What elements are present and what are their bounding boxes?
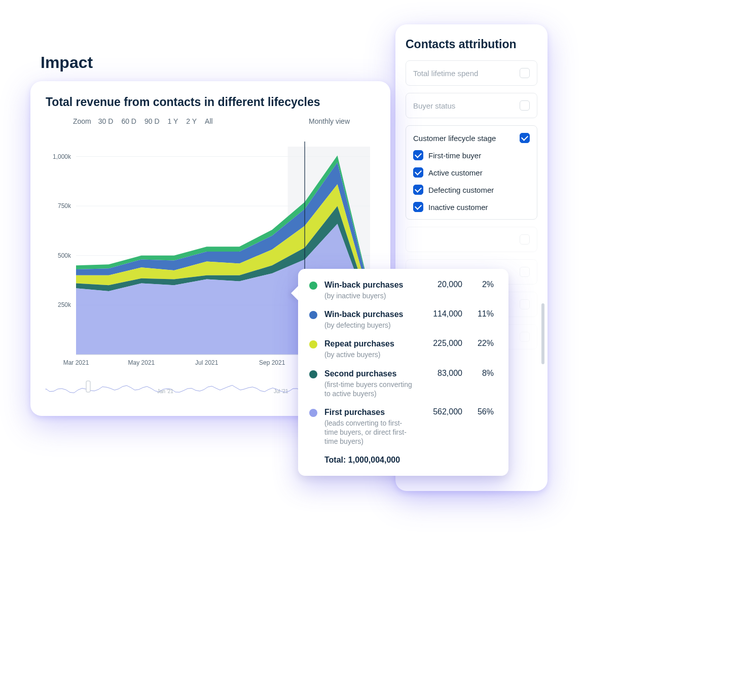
tooltip-series-label: Win-back purchases [324, 280, 413, 290]
checkbox[interactable] [520, 332, 530, 342]
tooltip-series-sublabel: (first-time buyers converting to active … [324, 380, 413, 398]
chart-controls: Zoom 30 D 60 D 90 D 1 Y 2 Y All Monthly … [46, 116, 375, 126]
svg-rect-16 [86, 381, 90, 392]
sub-option-defecting-customer[interactable]: Defecting customer [413, 185, 530, 195]
filter-total-lifetime-spend[interactable]: Total lifetime spend [406, 60, 537, 86]
tooltip-series-sublabel: (by active buyers) [324, 350, 413, 359]
sub-option-first-time-buyer[interactable]: First-time buyer [413, 150, 530, 160]
tooltip-percent: 56% [468, 407, 494, 416]
tooltip-percent: 11% [468, 309, 494, 319]
svg-text:250k: 250k [58, 301, 71, 308]
option-label: Active customer [428, 168, 483, 177]
checkbox[interactable] [413, 167, 423, 178]
tooltip-total: Total: 1,000,004,000 [309, 456, 497, 465]
filter-placeholder[interactable] [406, 227, 537, 252]
tooltip-arrow-icon [291, 286, 298, 300]
filter-label: Total lifetime spend [413, 69, 478, 78]
series-color-dot [309, 370, 317, 378]
tooltip-percent: 8% [468, 369, 494, 378]
section-heading: Impact [41, 53, 93, 72]
view-toggle[interactable]: Monthly view [309, 117, 350, 125]
checkbox[interactable] [413, 150, 423, 160]
checkbox[interactable] [520, 68, 530, 78]
tooltip-value: 114,000 [419, 309, 462, 319]
svg-text:Jan '21: Jan '21 [157, 389, 173, 394]
svg-text:Mar 2021: Mar 2021 [63, 359, 89, 366]
zoom-label: Zoom [73, 117, 91, 125]
sub-option-inactive-customer[interactable]: Inactive customer [413, 202, 530, 212]
zoom-2y[interactable]: 2 Y [184, 116, 199, 126]
tooltip-value: 20,000 [419, 280, 462, 289]
tooltip-value: 83,000 [419, 369, 462, 378]
tooltip-row: Win-back purchases(by inactive buyers)20… [309, 280, 497, 300]
svg-text:Jul '21: Jul '21 [274, 389, 288, 394]
tooltip-percent: 2% [468, 280, 494, 289]
series-color-dot [309, 282, 317, 290]
svg-text:1,000k: 1,000k [53, 153, 71, 160]
checkbox[interactable] [520, 133, 530, 143]
sub-option-active-customer[interactable]: Active customer [413, 167, 530, 178]
tooltip-value: 562,000 [419, 407, 462, 416]
zoom-1y[interactable]: 1 Y [166, 116, 180, 126]
tooltip-series-sublabel: (by inactive buyers) [324, 291, 413, 300]
filter-buyer-status[interactable]: Buyer status [406, 93, 537, 118]
chart-tooltip: Win-back purchases(by inactive buyers)20… [298, 269, 508, 476]
svg-text:500k: 500k [58, 252, 71, 259]
svg-text:Jul 2021: Jul 2021 [195, 359, 218, 366]
tooltip-series-label: First purchases [324, 407, 413, 417]
chart-title: Total revenue from contacts in different… [46, 95, 375, 109]
filter-customer-lifecycle-stage[interactable]: Customer lifecycle stage First-time buye… [406, 125, 537, 220]
scrollbar-thumb[interactable] [541, 303, 544, 364]
zoom-90d[interactable]: 90 D [142, 116, 162, 126]
zoom-all[interactable]: All [203, 116, 215, 126]
zoom-60d[interactable]: 60 D [119, 116, 138, 126]
series-color-dot [309, 409, 317, 417]
series-color-dot [309, 340, 317, 348]
series-color-dot [309, 311, 317, 319]
tooltip-row: First purchases(leads converting to firs… [309, 407, 497, 446]
option-label: First-time buyer [428, 151, 481, 160]
zoom-30d[interactable]: 30 D [96, 116, 116, 126]
checkbox[interactable] [520, 267, 530, 277]
scrollbar[interactable] [541, 60, 544, 481]
checkbox[interactable] [520, 234, 530, 244]
svg-text:750k: 750k [58, 202, 71, 209]
checkbox[interactable] [520, 299, 530, 309]
option-label: Defecting customer [428, 186, 494, 194]
filter-label: Buyer status [413, 101, 455, 110]
filter-label: Customer lifecycle stage [413, 134, 496, 143]
option-label: Inactive customer [428, 203, 488, 212]
checkbox[interactable] [413, 185, 423, 195]
svg-text:May 2021: May 2021 [128, 359, 155, 366]
checkbox[interactable] [520, 100, 530, 111]
tooltip-row: Repeat purchases(by active buyers)225,00… [309, 339, 497, 359]
tooltip-row: Win-back purchases(by defecting buyers)1… [309, 309, 497, 330]
tooltip-series-label: Repeat purchases [324, 339, 413, 349]
tooltip-value: 225,000 [419, 339, 462, 348]
tooltip-percent: 22% [468, 339, 494, 348]
svg-text:Sep 2021: Sep 2021 [259, 359, 285, 366]
tooltip-series-label: Win-back purchases [324, 309, 413, 320]
tooltip-series-sublabel: (leads converting to first-time buyers, … [324, 418, 413, 446]
tooltip-series-label: Second purchases [324, 369, 413, 379]
tooltip-row: Second purchases(first-time buyers conve… [309, 369, 497, 398]
side-panel-title: Contacts attribution [406, 38, 537, 51]
tooltip-series-sublabel: (by defecting buyers) [324, 321, 413, 330]
checkbox[interactable] [413, 202, 423, 212]
